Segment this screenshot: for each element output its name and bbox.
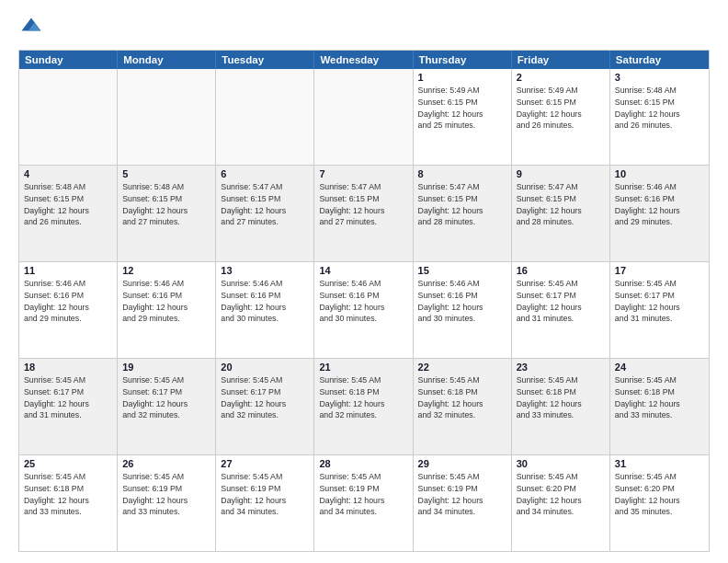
day-info: Sunrise: 5:48 AM Sunset: 6:15 PM Dayligh…: [122, 181, 210, 228]
day-number: 22: [418, 362, 506, 373]
day-info: Sunrise: 5:45 AM Sunset: 6:19 PM Dayligh…: [319, 471, 407, 518]
cal-header-thursday: Thursday: [414, 51, 512, 69]
day-info: Sunrise: 5:47 AM Sunset: 6:15 PM Dayligh…: [418, 181, 506, 228]
cal-cell-day-8: 8Sunrise: 5:47 AM Sunset: 6:15 PM Daylig…: [414, 166, 512, 261]
day-number: 9: [517, 168, 605, 179]
day-number: 26: [122, 458, 210, 469]
day-number: 29: [418, 458, 506, 469]
calendar: SundayMondayTuesdayWednesdayThursdayFrid…: [18, 50, 710, 552]
day-info: Sunrise: 5:45 AM Sunset: 6:17 PM Dayligh…: [615, 278, 704, 325]
day-info: Sunrise: 5:45 AM Sunset: 6:20 PM Dayligh…: [517, 471, 605, 518]
cal-cell-day-23: 23Sunrise: 5:45 AM Sunset: 6:18 PM Dayli…: [512, 359, 610, 454]
day-info: Sunrise: 5:46 AM Sunset: 6:16 PM Dayligh…: [615, 181, 704, 228]
cal-cell-day-3: 3Sunrise: 5:48 AM Sunset: 6:15 PM Daylig…: [610, 69, 709, 165]
day-number: 5: [122, 168, 210, 179]
day-info: Sunrise: 5:49 AM Sunset: 6:15 PM Dayligh…: [418, 85, 506, 132]
cal-cell-day-6: 6Sunrise: 5:47 AM Sunset: 6:15 PM Daylig…: [216, 166, 314, 261]
logo-icon: [18, 15, 44, 40]
day-info: Sunrise: 5:47 AM Sunset: 6:15 PM Dayligh…: [319, 181, 407, 228]
day-number: 2: [517, 72, 605, 83]
day-number: 13: [221, 265, 309, 276]
cal-cell-day-11: 11Sunrise: 5:46 AM Sunset: 6:16 PM Dayli…: [19, 262, 118, 358]
cal-cell-day-30: 30Sunrise: 5:45 AM Sunset: 6:20 PM Dayli…: [512, 455, 610, 551]
day-info: Sunrise: 5:46 AM Sunset: 6:16 PM Dayligh…: [122, 278, 210, 325]
day-number: 20: [221, 362, 309, 373]
cal-header-saturday: Saturday: [610, 51, 709, 69]
cal-cell-empty: [19, 69, 118, 165]
cal-cell-day-18: 18Sunrise: 5:45 AM Sunset: 6:17 PM Dayli…: [19, 359, 118, 454]
day-info: Sunrise: 5:45 AM Sunset: 6:17 PM Dayligh…: [517, 278, 605, 325]
day-number: 14: [319, 265, 407, 276]
day-info: Sunrise: 5:47 AM Sunset: 6:15 PM Dayligh…: [517, 181, 605, 228]
day-info: Sunrise: 5:45 AM Sunset: 6:17 PM Dayligh…: [221, 374, 309, 421]
cal-cell-day-26: 26Sunrise: 5:45 AM Sunset: 6:19 PM Dayli…: [118, 455, 216, 551]
cal-cell-day-20: 20Sunrise: 5:45 AM Sunset: 6:17 PM Dayli…: [216, 359, 314, 454]
cal-cell-day-1: 1Sunrise: 5:49 AM Sunset: 6:15 PM Daylig…: [414, 69, 512, 165]
cal-cell-day-21: 21Sunrise: 5:45 AM Sunset: 6:18 PM Dayli…: [314, 359, 413, 454]
day-number: 3: [615, 72, 704, 83]
cal-cell-day-25: 25Sunrise: 5:45 AM Sunset: 6:18 PM Dayli…: [19, 455, 118, 551]
day-number: 8: [418, 168, 506, 179]
day-info: Sunrise: 5:45 AM Sunset: 6:18 PM Dayligh…: [615, 374, 704, 421]
day-info: Sunrise: 5:45 AM Sunset: 6:17 PM Dayligh…: [24, 374, 112, 421]
day-number: 28: [319, 458, 407, 469]
day-info: Sunrise: 5:46 AM Sunset: 6:16 PM Dayligh…: [418, 278, 506, 325]
day-info: Sunrise: 5:45 AM Sunset: 6:20 PM Dayligh…: [615, 471, 704, 518]
day-info: Sunrise: 5:45 AM Sunset: 6:18 PM Dayligh…: [418, 374, 506, 421]
day-number: 11: [24, 265, 112, 276]
day-number: 12: [122, 265, 210, 276]
logo: [18, 15, 48, 40]
cal-cell-day-31: 31Sunrise: 5:45 AM Sunset: 6:20 PM Dayli…: [610, 455, 709, 551]
page: SundayMondayTuesdayWednesdayThursdayFrid…: [0, 0, 728, 563]
cal-week-1: 1Sunrise: 5:49 AM Sunset: 6:15 PM Daylig…: [19, 69, 709, 166]
cal-week-3: 11Sunrise: 5:46 AM Sunset: 6:16 PM Dayli…: [19, 262, 709, 359]
cal-cell-day-7: 7Sunrise: 5:47 AM Sunset: 6:15 PM Daylig…: [314, 166, 413, 261]
cal-cell-empty: [216, 69, 314, 165]
cal-cell-day-24: 24Sunrise: 5:45 AM Sunset: 6:18 PM Dayli…: [610, 359, 709, 454]
day-info: Sunrise: 5:46 AM Sunset: 6:16 PM Dayligh…: [319, 278, 407, 325]
calendar-header: SundayMondayTuesdayWednesdayThursdayFrid…: [19, 51, 709, 69]
day-number: 21: [319, 362, 407, 373]
day-info: Sunrise: 5:48 AM Sunset: 6:15 PM Dayligh…: [615, 85, 704, 132]
cal-cell-day-19: 19Sunrise: 5:45 AM Sunset: 6:17 PM Dayli…: [118, 359, 216, 454]
day-info: Sunrise: 5:46 AM Sunset: 6:16 PM Dayligh…: [24, 278, 112, 325]
day-number: 15: [418, 265, 506, 276]
calendar-body: 1Sunrise: 5:49 AM Sunset: 6:15 PM Daylig…: [19, 69, 709, 551]
cal-header-wednesday: Wednesday: [314, 51, 413, 69]
day-info: Sunrise: 5:45 AM Sunset: 6:19 PM Dayligh…: [221, 471, 309, 518]
cal-header-friday: Friday: [512, 51, 610, 69]
day-number: 30: [517, 458, 605, 469]
cal-cell-day-29: 29Sunrise: 5:45 AM Sunset: 6:19 PM Dayli…: [414, 455, 512, 551]
day-number: 24: [615, 362, 704, 373]
day-number: 1: [418, 72, 506, 83]
cal-cell-day-27: 27Sunrise: 5:45 AM Sunset: 6:19 PM Dayli…: [216, 455, 314, 551]
day-info: Sunrise: 5:45 AM Sunset: 6:19 PM Dayligh…: [122, 471, 210, 518]
cal-cell-day-17: 17Sunrise: 5:45 AM Sunset: 6:17 PM Dayli…: [610, 262, 709, 358]
header: [18, 15, 710, 40]
day-number: 10: [615, 168, 704, 179]
day-info: Sunrise: 5:45 AM Sunset: 6:18 PM Dayligh…: [517, 374, 605, 421]
cal-cell-day-10: 10Sunrise: 5:46 AM Sunset: 6:16 PM Dayli…: [610, 166, 709, 261]
cal-header-tuesday: Tuesday: [216, 51, 314, 69]
day-number: 18: [24, 362, 112, 373]
cal-cell-day-22: 22Sunrise: 5:45 AM Sunset: 6:18 PM Dayli…: [414, 359, 512, 454]
cal-header-sunday: Sunday: [19, 51, 118, 69]
cal-cell-day-5: 5Sunrise: 5:48 AM Sunset: 6:15 PM Daylig…: [118, 166, 216, 261]
day-number: 27: [221, 458, 309, 469]
day-info: Sunrise: 5:48 AM Sunset: 6:15 PM Dayligh…: [24, 181, 112, 228]
day-number: 19: [122, 362, 210, 373]
day-info: Sunrise: 5:47 AM Sunset: 6:15 PM Dayligh…: [221, 181, 309, 228]
day-number: 25: [24, 458, 112, 469]
day-info: Sunrise: 5:49 AM Sunset: 6:15 PM Dayligh…: [517, 85, 605, 132]
cal-cell-day-28: 28Sunrise: 5:45 AM Sunset: 6:19 PM Dayli…: [314, 455, 413, 551]
day-number: 23: [517, 362, 605, 373]
day-number: 4: [24, 168, 112, 179]
cal-cell-day-15: 15Sunrise: 5:46 AM Sunset: 6:16 PM Dayli…: [414, 262, 512, 358]
cal-cell-day-14: 14Sunrise: 5:46 AM Sunset: 6:16 PM Dayli…: [314, 262, 413, 358]
day-number: 7: [319, 168, 407, 179]
cal-cell-empty: [118, 69, 216, 165]
cal-week-2: 4Sunrise: 5:48 AM Sunset: 6:15 PM Daylig…: [19, 166, 709, 262]
day-info: Sunrise: 5:45 AM Sunset: 6:17 PM Dayligh…: [122, 374, 210, 421]
day-info: Sunrise: 5:45 AM Sunset: 6:18 PM Dayligh…: [24, 471, 112, 518]
day-info: Sunrise: 5:46 AM Sunset: 6:16 PM Dayligh…: [221, 278, 309, 325]
